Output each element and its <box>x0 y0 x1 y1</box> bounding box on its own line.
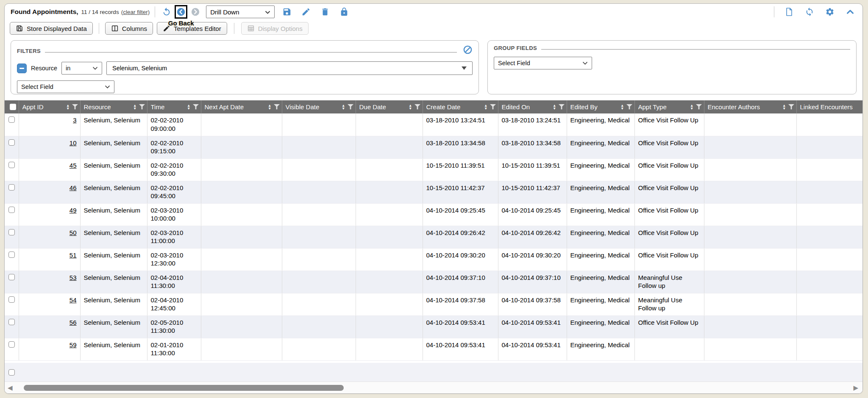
column-header-time[interactable]: Time▲▼ <box>147 100 201 113</box>
new-document-button[interactable] <box>784 7 794 17</box>
save-view-button[interactable] <box>282 7 292 17</box>
column-header-encounter_authors[interactable]: Encounter Authors▲▼ <box>704 100 796 113</box>
sort-icon[interactable]: ▲▼ <box>409 104 412 110</box>
column-label: Appt Type <box>638 103 688 111</box>
found-appointments-panel: Found Appointments, 11 / 14 records (cle… <box>4 3 863 394</box>
row-checkbox[interactable] <box>8 139 15 146</box>
row-checkbox[interactable] <box>8 229 15 235</box>
column-header-resource[interactable]: Resource▲▼ <box>80 100 147 113</box>
view-action-icons <box>281 7 351 17</box>
column-header-visible_date[interactable]: Visible Date▲▼ <box>282 100 356 113</box>
clear-filter-link[interactable]: (clear filter) <box>121 9 150 15</box>
filter-icon[interactable] <box>696 104 702 110</box>
sort-icon[interactable]: ▲▼ <box>342 104 345 110</box>
cell-appt_id: 49 <box>19 203 80 226</box>
undo-button[interactable] <box>161 7 172 17</box>
appt-id-link[interactable]: 46 <box>70 184 77 191</box>
column-header-edited_on[interactable]: Edited On▲▼ <box>498 100 567 113</box>
appt-id-link[interactable]: 49 <box>70 207 77 214</box>
sort-icon[interactable]: ▲▼ <box>268 104 271 110</box>
filter-icon[interactable] <box>72 104 78 110</box>
row-checkbox[interactable] <box>8 162 15 168</box>
cell-create_date: 03-18-2010 13:24:51 <box>423 113 498 136</box>
delete-view-button[interactable] <box>320 7 330 17</box>
appt-id-link[interactable]: 56 <box>70 319 77 326</box>
go-back-button[interactable]: Go Back <box>175 5 187 19</box>
appt-id-link[interactable]: 45 <box>70 162 77 169</box>
row-checkbox[interactable] <box>8 116 15 123</box>
store-button-label: Store Displayed Data <box>27 25 87 32</box>
column-header-linked_encounters[interactable]: Linked Encounters <box>796 100 862 113</box>
sort-icon[interactable]: ▲▼ <box>782 104 786 110</box>
horizontal-scrollbar[interactable]: ◀ ▶ <box>5 381 862 393</box>
column-header-create_date[interactable]: Create Date▲▼ <box>423 100 498 113</box>
filter-icon[interactable] <box>193 104 199 110</box>
divider <box>774 6 774 17</box>
sort-icon[interactable]: ▲▼ <box>553 104 556 110</box>
cell-visible_date <box>282 248 356 271</box>
cell-encounter_authors <box>704 271 796 293</box>
appt-id-link[interactable]: 50 <box>70 229 77 236</box>
scroll-left-arrow-icon[interactable]: ◀ <box>8 383 13 392</box>
remove-filter-button[interactable] <box>17 64 27 73</box>
row-checkbox[interactable] <box>8 252 15 258</box>
lock-icon <box>339 7 349 17</box>
filter-icon[interactable] <box>490 104 496 110</box>
filter-icon[interactable] <box>788 104 794 110</box>
sort-icon[interactable]: ▲▼ <box>66 104 70 110</box>
scrollbar-thumb[interactable] <box>24 385 344 391</box>
row-checkbox[interactable] <box>8 184 15 191</box>
cell-linked_encounters <box>796 338 862 360</box>
filter-icon[interactable] <box>274 104 280 110</box>
filter-icon[interactable] <box>348 104 353 110</box>
row-checkbox[interactable] <box>8 341 15 348</box>
sort-icon[interactable]: ▲▼ <box>690 104 693 110</box>
filter-operator-select[interactable]: in <box>61 62 102 75</box>
column-header-edited_by[interactable]: Edited By▲▼ <box>567 100 634 113</box>
filter-icon[interactable] <box>139 104 145 110</box>
clear-filters-button[interactable] <box>463 45 473 56</box>
select-all-checkbox[interactable] <box>10 104 16 110</box>
refresh-button[interactable] <box>804 7 815 17</box>
appt-id-link[interactable]: 53 <box>70 274 77 281</box>
appt-id-link[interactable]: 51 <box>70 252 77 259</box>
filter-icon[interactable] <box>415 104 420 110</box>
column-header-next_apt_date[interactable]: Next Apt Date▲▼ <box>201 100 282 113</box>
sort-icon[interactable]: ▲▼ <box>187 104 190 110</box>
cell-appt_type: Office Visit Follow Up <box>634 181 704 203</box>
filter-icon[interactable] <box>626 104 632 110</box>
scroll-right-arrow-icon[interactable]: ▶ <box>853 383 858 392</box>
column-header-appt_id[interactable]: Appt ID▲▼ <box>19 100 80 113</box>
select-all-header[interactable] <box>5 100 19 113</box>
sort-icon[interactable]: ▲▼ <box>133 104 136 110</box>
appt-id-link[interactable]: 59 <box>70 341 77 348</box>
lock-view-button[interactable] <box>339 7 349 17</box>
go-forward-button[interactable] <box>190 7 200 17</box>
chevron-down-icon <box>265 8 270 16</box>
columns-button[interactable]: Columns <box>105 22 153 35</box>
footer-row-checkbox[interactable] <box>8 369 15 376</box>
column-header-due_date[interactable]: Due Date▲▼ <box>356 100 423 113</box>
settings-button[interactable] <box>825 7 835 17</box>
appt-id-link[interactable]: 3 <box>73 116 76 124</box>
sort-icon[interactable]: ▲▼ <box>620 104 624 110</box>
drill-down-select[interactable]: Drill Down <box>206 6 275 18</box>
row-checkbox[interactable] <box>8 274 15 280</box>
sort-icon[interactable]: ▲▼ <box>484 104 487 110</box>
filter-icon[interactable] <box>559 104 565 110</box>
appt-id-link[interactable]: 54 <box>70 296 77 304</box>
display-options-button[interactable]: Display Options <box>241 22 309 35</box>
row-checkbox[interactable] <box>8 319 15 325</box>
collapse-panel-button[interactable] <box>845 7 855 17</box>
group-field-select[interactable]: Select Field <box>494 57 592 69</box>
appt-id-link[interactable]: 10 <box>70 139 77 146</box>
filters-header: FILTERS <box>17 45 473 57</box>
row-checkbox[interactable] <box>8 207 15 213</box>
add-filter-field-select[interactable]: Select Field <box>17 80 114 93</box>
edit-view-button[interactable] <box>301 7 311 17</box>
column-header-appt_type[interactable]: Appt Type▲▼ <box>634 100 704 113</box>
store-displayed-data-button[interactable]: Store Displayed Data <box>10 22 93 35</box>
filter-value-combobox[interactable]: Selenium, Selenium <box>106 61 473 75</box>
row-checkbox[interactable] <box>8 296 15 303</box>
display-options-label: Display Options <box>258 25 303 32</box>
